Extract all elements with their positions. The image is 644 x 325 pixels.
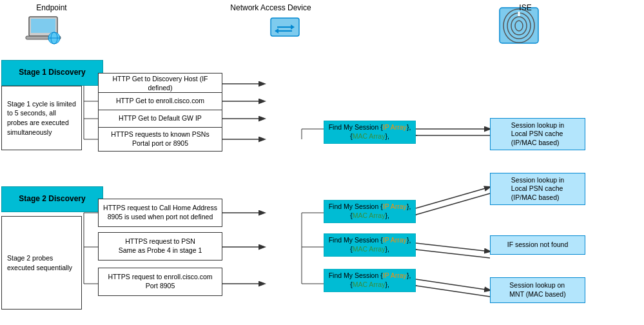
stage1-probe3: HTTP Get to Default GW IP [98, 110, 222, 128]
svg-line-27 [416, 193, 490, 215]
svg-line-30 [416, 279, 490, 290]
diagram: Endpoint Network Access Device ISE Stage… [0, 0, 644, 325]
svg-rect-11 [500, 8, 538, 43]
stage1-title: Stage 1 Discovery [1, 60, 103, 86]
endpoint-header: Endpoint [19, 3, 84, 12]
stage1-description: Stage 1 cycle is limited to 5 seconds, a… [1, 86, 82, 150]
svg-point-15 [503, 9, 534, 43]
svg-point-3 [48, 32, 60, 44]
endpoint-label: Endpoint [36, 3, 66, 12]
ise-response1: Session lookup inLocal PSN cache(IP/MAC … [490, 118, 585, 150]
svg-point-13 [511, 17, 527, 35]
svg-line-31 [416, 286, 490, 297]
fms-stage2-2: Find My Session {IP Array}, {MAC Array}, [324, 233, 416, 257]
svg-rect-6 [271, 18, 299, 36]
svg-rect-0 [29, 17, 57, 36]
svg-rect-1 [31, 19, 55, 33]
ise-response2: Session lookup inLocal PSN cache(IP/MAC … [490, 173, 585, 205]
stage1-probe2: HTTP Get to enroll.cisco.com [98, 92, 222, 110]
ise-label: ISE [519, 3, 531, 12]
ise-if-not-found: IF session not found [490, 235, 585, 255]
fms-stage1: Find My Session {IP Array}, {MAC Array}, [324, 121, 416, 144]
ise-header: ISE [500, 3, 551, 12]
stage2-title: Stage 2 Discovery [1, 186, 103, 212]
stage1-probe4: HTTPS requests to known PSNsPortal port … [98, 127, 222, 152]
ise-response-mnt: Session lookup onMNT (MAC based) [490, 277, 585, 303]
svg-point-14 [507, 13, 531, 39]
svg-rect-2 [26, 36, 61, 39]
fms-stage2-1: Find My Session {IP Array}, {MAC Array}, [324, 200, 416, 223]
stage2-description: Stage 2 probes executed sequentially [1, 216, 82, 310]
svg-marker-10 [275, 28, 278, 34]
svg-marker-8 [291, 25, 295, 30]
stage1-probe1: HTTP Get to Discovery Host (IF defined) [98, 73, 222, 95]
nad-header: Network Access Device [219, 3, 322, 12]
stage2-probe3: HTTPS request to enroll.cisco.comPort 89… [98, 268, 222, 296]
nad-label: Network Access Device [230, 3, 311, 12]
svg-point-4 [51, 32, 57, 44]
stage2-probe1: HTTPS request to Call Home Address8905 i… [98, 199, 222, 227]
svg-line-29 [416, 250, 490, 258]
fms-stage2-3: Find My Session {IP Array}, {MAC Array}, [324, 269, 416, 292]
svg-point-12 [515, 21, 523, 31]
svg-line-26 [416, 187, 490, 208]
svg-line-28 [416, 243, 490, 251]
stage2-probe2: HTTPS request to PSNSame as Probe 4 in s… [98, 232, 222, 261]
